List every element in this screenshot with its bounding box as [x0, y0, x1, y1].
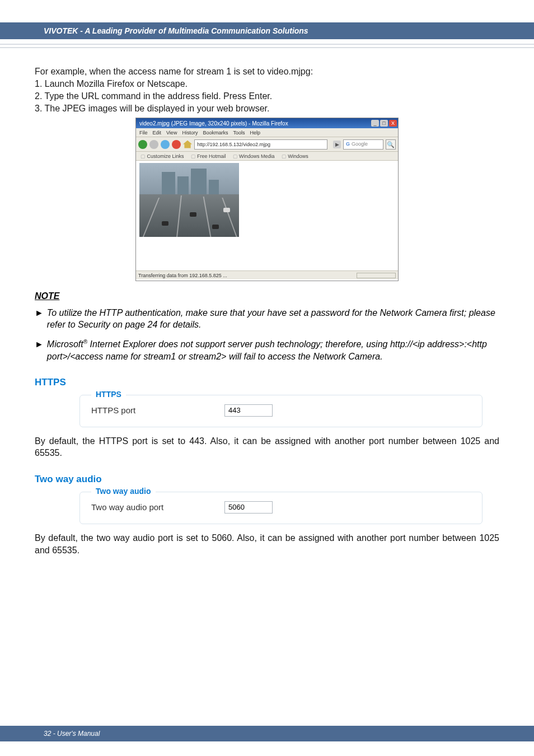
note-item-2-text: Microsoft® Internet Explorer does not su… — [47, 338, 499, 362]
firefox-titlebar: video2.mjpg (JPEG Image, 320x240 pixels)… — [136, 118, 398, 128]
address-input[interactable] — [194, 139, 327, 150]
home-icon[interactable] — [183, 141, 192, 148]
audio-port-label: Two way audio port — [91, 502, 214, 512]
audio-panel: Two way audio Two way audio port — [79, 492, 483, 524]
menu-bookmarks[interactable]: Bookmarks — [203, 130, 228, 136]
note-item-1: ► To utilize the HTTP authentication, ma… — [35, 307, 499, 330]
menu-edit[interactable]: Edit — [153, 130, 162, 136]
header-brand: VIVOTEK - A Leading Provider of Multimed… — [44, 26, 308, 35]
header-bar: VIVOTEK - A Leading Provider of Multimed… — [0, 22, 534, 39]
firefox-body — [136, 161, 398, 270]
intro-line-3: 3. The JPEG images will be displayed in … — [35, 103, 499, 114]
arrow-icon: ► — [35, 338, 44, 362]
bookmark-windows[interactable]: Windows — [282, 153, 308, 159]
https-port-input[interactable] — [224, 404, 273, 417]
menu-file[interactable]: File — [139, 130, 148, 136]
forward-icon[interactable] — [149, 140, 158, 149]
bookmark-customize-links[interactable]: Customize Links — [140, 153, 184, 159]
go-icon[interactable]: ▶ — [333, 141, 341, 148]
minimize-icon[interactable]: _ — [371, 120, 379, 127]
intro-line-1: 1. Launch Mozilla Firefox or Netscape. — [35, 78, 499, 90]
audio-heading: Two way audio — [35, 474, 499, 485]
audio-legend: Two way audio — [91, 487, 156, 496]
https-heading: HTTPS — [35, 377, 499, 388]
menu-help[interactable]: Help — [250, 130, 260, 136]
footer-bar: 32 - User's Manual — [0, 726, 534, 741]
menu-tools[interactable]: Tools — [233, 130, 245, 136]
back-icon[interactable] — [138, 140, 147, 149]
intro-line-0: For example, when the access name for st… — [35, 66, 499, 77]
firefox-toolbar: ▶ Google 🔍 — [136, 137, 398, 152]
firefox-title-text: video2.mjpg (JPEG Image, 320x240 pixels)… — [139, 120, 288, 127]
note-item-2: ► Microsoft® Internet Explorer does not … — [35, 338, 499, 362]
menu-view[interactable]: View — [166, 130, 177, 136]
firefox-statusbar: Transferring data from 192.168.5.825 ... — [136, 270, 398, 279]
firefox-menubar: File Edit View History Bookmarks Tools H… — [136, 128, 398, 137]
rule-2 — [0, 47, 534, 48]
https-legend: HTTPS — [91, 390, 126, 399]
intro-line-2: 2. Type the URL command in the address f… — [35, 91, 499, 102]
firefox-window: video2.mjpg (JPEG Image, 320x240 pixels)… — [135, 118, 399, 281]
stop-icon[interactable] — [172, 140, 181, 149]
note-item-1-text: To utilize the HTTP authentication, make… — [47, 307, 499, 330]
status-text: Transferring data from 192.168.5.825 ... — [138, 273, 227, 278]
https-port-label: HTTPS port — [91, 405, 214, 415]
https-panel: HTTPS HTTPS port — [79, 395, 483, 427]
search-input[interactable]: Google — [343, 139, 383, 150]
arrow-icon: ► — [35, 307, 44, 330]
note-heading: NOTE — [35, 291, 499, 301]
status-progress — [357, 273, 396, 278]
menu-history[interactable]: History — [182, 130, 198, 136]
footer-text: 32 - User's Manual — [44, 730, 100, 738]
firefox-bookmarkbar: Customize Links Free Hotmail Windows Med… — [136, 152, 398, 161]
video-frame — [139, 163, 239, 237]
firefox-screenshot: video2.mjpg (JPEG Image, 320x240 pixels)… — [135, 118, 399, 281]
search-icon[interactable]: 🔍 — [386, 139, 396, 150]
bookmark-free-hotmail[interactable]: Free Hotmail — [191, 153, 226, 159]
audio-body: By default, the two way audio port is se… — [35, 532, 499, 556]
https-body: By default, the HTTPS port is set to 443… — [35, 435, 499, 459]
rule-1 — [0, 44, 534, 45]
reload-icon[interactable] — [161, 140, 170, 149]
bookmark-windows-media[interactable]: Windows Media — [233, 153, 275, 159]
maximize-icon[interactable]: □ — [380, 120, 388, 127]
audio-port-input[interactable] — [224, 501, 273, 514]
close-icon[interactable]: X — [389, 120, 397, 127]
